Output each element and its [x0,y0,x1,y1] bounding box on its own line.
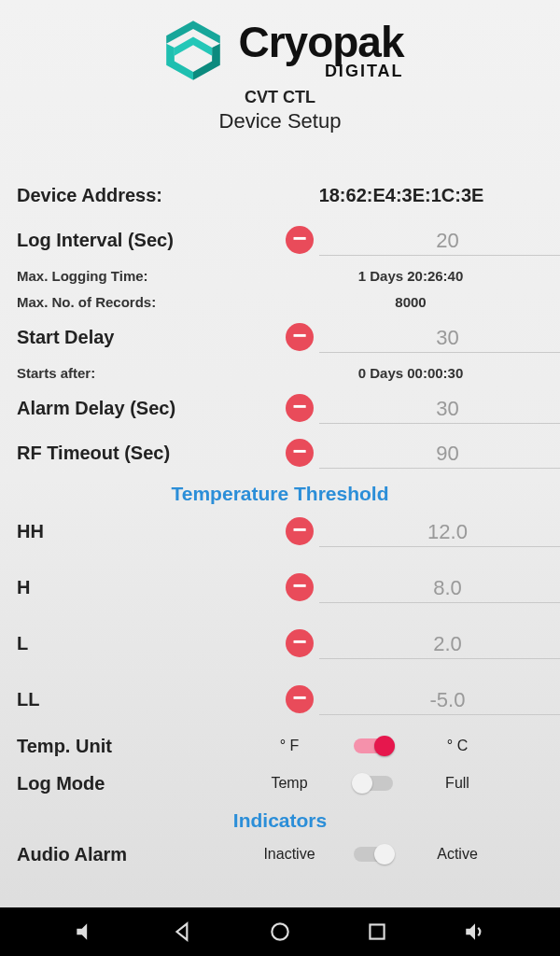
log-mode-option-temp: Temp [243,775,336,792]
minus-icon: − [292,226,306,250]
max-logging-time-row: Max. Logging Time: 1 Days 20:26:40 [0,262,560,288]
rf-timeout-input[interactable] [319,438,560,469]
brand-name: Cryopak [238,21,403,63]
max-records-row: Max. No. of Records: 8000 [0,288,560,315]
svg-marker-4 [77,923,88,939]
minus-icon: − [292,685,306,710]
svg-marker-8 [466,923,475,939]
minus-icon: − [292,573,306,598]
home-icon[interactable] [268,920,292,944]
threshold-hh-input[interactable] [319,516,560,547]
volume-down-icon[interactable] [73,920,97,944]
log-mode-option-full: Full [411,775,504,792]
threshold-ll-minus-button[interactable]: − [286,685,314,713]
svg-point-6 [272,923,287,939]
log-mode-label: Log Mode [17,773,243,794]
minus-icon: − [292,517,306,541]
start-delay-row: Start Delay − + [0,315,560,359]
android-navbar [0,907,560,956]
max-records-label: Max. No. of Records: [17,294,278,310]
threshold-hh-label: HH [17,521,259,542]
device-model: CVT CTL [245,88,315,107]
threshold-h-label: H [17,577,259,598]
starts-after-row: Starts after: 0 Days 00:00:30 [0,359,560,386]
brand-subname: DIGITAL [238,62,403,81]
minus-icon: − [292,629,306,654]
svg-marker-5 [176,923,187,939]
audio-alarm-option-inactive: Inactive [243,846,336,863]
audio-alarm-label: Audio Alarm [17,844,243,865]
starts-after-label: Starts after: [17,365,278,381]
device-address-row: Device Address: 18:62:E4:3E:1C:3E [0,173,560,218]
start-delay-label: Start Delay [17,327,259,348]
minus-icon: − [292,394,306,418]
start-delay-input[interactable] [319,322,560,353]
threshold-hh-minus-button[interactable]: − [286,517,314,545]
threshold-ll-label: LL [17,689,259,710]
temp-unit-label: Temp. Unit [17,736,243,757]
temperature-threshold-title: Temperature Threshold [0,483,560,505]
threshold-hh-row: HH − + [0,509,560,554]
log-interval-minus-button[interactable]: − [286,226,314,254]
temp-unit-row: Temp. Unit ° F ° C [0,727,560,765]
svg-marker-3 [175,37,212,56]
audio-alarm-row: Audio Alarm Inactive Active [0,836,560,873]
device-address-label: Device Address: [17,185,259,206]
alarm-delay-row: Alarm Delay (Sec) − + [0,386,560,430]
device-address-value: 18:62:E4:3E:1C:3E [259,185,543,206]
max-logging-time-label: Max. Logging Time: [17,268,278,284]
threshold-h-input[interactable] [319,572,560,603]
minus-icon: − [292,439,306,463]
log-mode-row: Log Mode Temp Full [0,765,560,802]
audio-alarm-option-active: Active [411,846,504,863]
indicators-title: Indicators [0,809,560,832]
rf-timeout-minus-button[interactable]: − [286,439,314,467]
brand-logo: Cryopak DIGITAL [156,17,403,84]
alarm-delay-label: Alarm Delay (Sec) [17,398,259,419]
threshold-l-input[interactable] [319,628,560,659]
temp-unit-option-c: ° C [411,738,504,754]
alarm-delay-input[interactable] [319,393,560,424]
threshold-h-minus-button[interactable]: − [286,573,314,601]
alarm-delay-minus-button[interactable]: − [286,394,314,422]
log-interval-input[interactable] [319,225,560,256]
threshold-l-row: L − + [0,621,560,666]
rf-timeout-row: RF Timeout (Sec) − + [0,430,560,475]
cryopak-logo-icon [156,17,231,84]
page-title: Device Setup [219,109,342,134]
back-icon[interactable] [171,920,195,944]
audio-alarm-toggle[interactable] [354,847,393,862]
rf-timeout-label: RF Timeout (Sec) [17,443,259,464]
threshold-h-row: H − + [0,565,560,610]
log-interval-label: Log Interval (Sec) [17,230,259,251]
starts-after-value: 0 Days 00:00:30 [278,365,543,381]
minus-icon: − [292,323,306,347]
temp-unit-option-f: ° F [243,738,336,754]
threshold-l-label: L [17,633,259,654]
max-logging-time-value: 1 Days 20:26:40 [278,268,543,284]
volume-up-icon[interactable] [463,920,487,944]
max-records-value: 8000 [278,294,543,310]
start-delay-minus-button[interactable]: − [286,323,314,351]
threshold-l-minus-button[interactable]: − [286,629,314,657]
svg-rect-7 [371,924,385,938]
threshold-ll-input[interactable] [319,684,560,715]
log-interval-row: Log Interval (Sec) − + [0,218,560,262]
log-mode-toggle[interactable] [354,776,393,791]
recent-apps-icon[interactable] [365,920,389,944]
temp-unit-toggle[interactable] [354,738,393,753]
threshold-ll-row: LL − + [0,677,560,722]
header: Cryopak DIGITAL CVT CTL Device Setup [0,0,560,134]
